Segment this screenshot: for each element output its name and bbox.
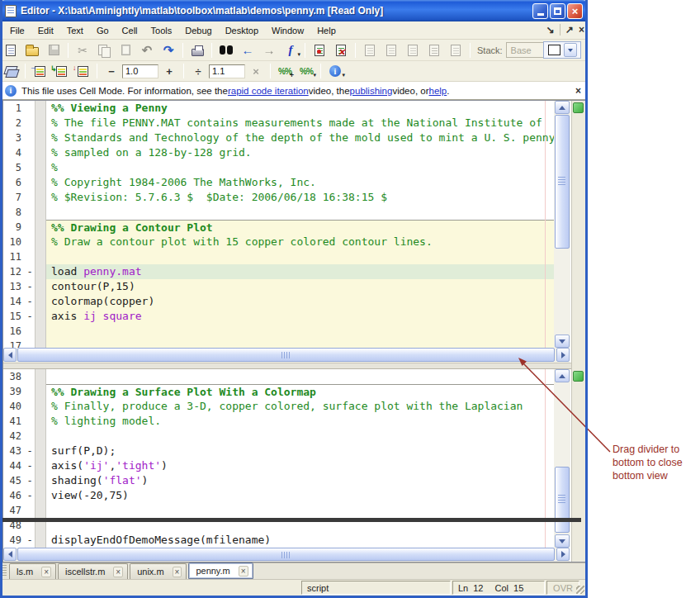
breakpoint-alley[interactable] [35,339,46,348]
scroll-down-button[interactable] [555,534,570,548]
bottom-hscrollbar[interactable] [3,548,570,562]
breakpoint-marker[interactable] [25,145,35,160]
step-in-button[interactable] [381,41,402,59]
breakpoint-marker[interactable]: - [25,533,35,548]
breakpoint-alley[interactable] [35,249,46,264]
breakpoint-marker[interactable]: - [25,264,35,279]
mlint-indicator-bottom[interactable] [573,371,584,382]
breakpoint-marker[interactable] [25,101,35,116]
infobar-close-icon[interactable]: × [575,85,581,97]
publishing-link[interactable]: publishing [350,86,393,96]
cell-value-2-input[interactable] [209,64,245,78]
breakpoint-marker[interactable] [25,429,35,444]
breakpoint-marker[interactable] [25,205,35,220]
breakpoint-alley[interactable] [35,488,46,503]
function-browser-button[interactable]: f▾ [280,41,301,59]
vscroll-thumb[interactable] [555,115,570,249]
cell-value-1-input[interactable] [122,64,158,78]
scroll-right-button[interactable] [556,348,570,362]
tab-close-icon[interactable]: × [173,567,182,577]
breakpoint-marker[interactable] [25,160,35,175]
mlint-indicator-top[interactable] [573,102,584,113]
breakpoint-alley[interactable] [35,399,46,414]
tab-close-icon[interactable]: × [239,566,248,577]
tab-close-icon[interactable]: × [41,567,51,577]
breakpoint-marker[interactable] [25,116,35,131]
copy-button[interactable] [93,41,115,59]
scroll-down-button[interactable] [555,335,570,348]
close-button[interactable]: × [567,3,583,19]
vscroll-thumb[interactable] [555,467,570,533]
breakpoint-marker[interactable] [25,324,35,339]
redo-button[interactable]: ↷ [158,41,179,59]
insert-cell-button[interactable]: → [29,62,50,80]
menu-cell[interactable]: Cell [116,23,144,38]
prev-cell-button[interactable]: ↓ [72,62,93,80]
set-breakpoint-button[interactable] [309,41,330,59]
cell-mode-button[interactable] [0,62,21,80]
menu-text[interactable]: Text [60,23,90,38]
breakpoint-marker[interactable] [25,249,35,264]
breakpoint-alley[interactable] [35,131,46,145]
cell-info-button[interactable]: i▾ [324,62,346,80]
tab-close-icon[interactable]: × [113,567,123,577]
undo-button[interactable]: ↶ [136,41,158,59]
breakpoint-alley[interactable] [35,503,46,518]
breakpoint-alley[interactable] [35,444,46,458]
breakpoint-marker[interactable] [25,190,35,205]
minimize-button[interactable] [532,3,548,19]
breakpoint-alley[interactable] [35,473,46,488]
menu-debug[interactable]: Debug [178,23,218,38]
breakpoint-marker[interactable]: - [25,294,35,309]
hscroll-thumb[interactable] [17,548,555,561]
menu-edit[interactable]: Edit [31,23,60,38]
new-file-button[interactable] [0,41,21,59]
exit-debug-button[interactable] [445,41,466,59]
next-cell-button[interactable]: ↳ [50,62,72,80]
rapid-code-iteration-link[interactable]: rapid code iteration [228,86,309,96]
top-hscrollbar[interactable] [3,348,570,363]
breakpoint-marker[interactable]: - [25,458,35,473]
divider-drag-preview[interactable] [2,518,581,522]
title-bar[interactable]: Editor - X:\bat\Aminightly\matlab\toolbo… [0,0,588,21]
breakpoint-alley[interactable] [35,220,46,235]
top-vscrollbar[interactable] [554,101,570,348]
breakpoint-alley[interactable] [35,279,46,294]
breakpoint-alley[interactable] [35,235,46,249]
scroll-up-button[interactable] [555,369,570,382]
breakpoint-alley[interactable] [35,429,46,444]
breakpoint-alley[interactable] [35,160,46,175]
dock-icon[interactable]: ↘ [546,24,555,36]
find-button[interactable] [215,41,237,59]
menu-window[interactable]: Window [265,23,310,38]
scroll-up-button[interactable] [555,101,570,114]
editor-top-pane[interactable]: 1%% Viewing a Penny2% The file PENNY.MAT… [3,101,554,348]
increase-value-button[interactable]: + [158,62,180,80]
breakpoint-marker[interactable] [25,369,35,384]
menu-tools[interactable]: Tools [144,23,179,38]
hscroll-thumb[interactable] [17,348,555,362]
breakpoint-alley[interactable] [35,145,46,160]
open-file-button[interactable] [21,41,43,59]
breakpoint-alley[interactable] [35,116,46,131]
breakpoint-marker[interactable] [25,384,35,399]
breakpoint-alley[interactable] [35,294,46,309]
layout-dropdown-icon[interactable] [564,43,577,57]
breakpoint-alley[interactable] [35,533,46,548]
menu-file[interactable]: File [3,23,31,38]
decrease-value-button[interactable]: − [101,62,122,80]
breakpoint-marker[interactable] [25,220,35,235]
breakpoint-alley[interactable] [35,264,46,279]
tab-unix.m[interactable]: unix.m× [130,563,187,579]
scroll-left-button[interactable] [3,348,17,362]
breakpoint-marker[interactable] [25,399,35,414]
breakpoint-alley[interactable] [35,384,46,399]
breakpoint-alley[interactable] [35,369,46,384]
divide-value-button[interactable]: ÷ [187,62,209,80]
forward-button[interactable]: → [258,41,280,59]
step-out-button[interactable] [402,41,423,59]
breakpoint-marker[interactable]: - [25,309,35,324]
breakpoint-alley[interactable] [35,414,46,429]
back-button[interactable]: ← [237,41,258,59]
cut-button[interactable]: ✂ [72,41,93,59]
